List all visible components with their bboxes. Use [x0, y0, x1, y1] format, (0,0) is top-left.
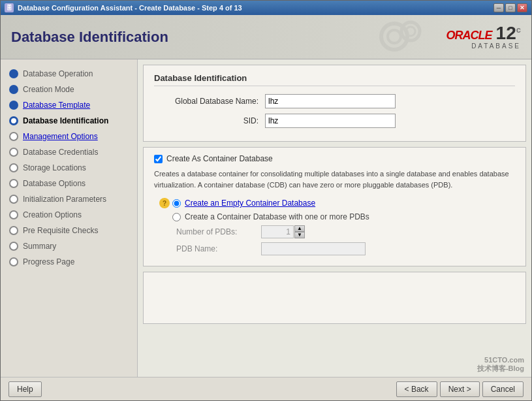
- title-bar: 🗄 Database Configuration Assistant - Cre…: [1, 1, 531, 15]
- global-db-name-input[interactable]: [265, 94, 396, 108]
- close-button[interactable]: ✕: [517, 3, 527, 12]
- title-bar-text: Database Configuration Assistant - Creat…: [18, 4, 493, 12]
- oracle-version: 12c: [496, 24, 521, 42]
- spinner-buttons: ▲ ▼: [294, 225, 305, 238]
- tip-icon: ?: [159, 198, 170, 208]
- sid-input[interactable]: [265, 114, 396, 128]
- sidebar-item-creation-mode: Creation Mode: [1, 82, 137, 97]
- pdb-sub-form: Number of PDBs: ▲ ▼ PDB Name:: [176, 225, 515, 255]
- sidebar-icon-database-credentials: [8, 147, 19, 157]
- sid-row: SID:: [154, 114, 515, 128]
- spinner-up-button[interactable]: ▲: [294, 225, 305, 232]
- hint-area: [143, 272, 526, 324]
- navigation-buttons: < Back Next > Cancel: [396, 381, 524, 397]
- header: Database Identification ORACLE 12c DAT: [1, 15, 531, 59]
- next-button[interactable]: Next >: [440, 381, 480, 397]
- database-label: DATABASE: [471, 42, 521, 50]
- title-bar-buttons: ─ □ ✕: [493, 3, 527, 12]
- pdb-name-input[interactable]: [261, 242, 366, 255]
- sidebar-item-storage-locations: Storage Locations: [1, 160, 137, 176]
- sidebar-icon-storage-locations: [8, 163, 19, 173]
- container-db-section: Create As Container Database Creates a d…: [143, 147, 526, 266]
- num-pdbs-row: Number of PDBs: ▲ ▼: [176, 225, 515, 238]
- content-area: Database Identification Global Database …: [138, 59, 531, 377]
- sidebar: Database Operation Creation Mode Databas…: [1, 59, 138, 377]
- sid-label: SID:: [154, 116, 258, 125]
- body-layout: Database Operation Creation Mode Databas…: [1, 59, 531, 377]
- spinner-down-button[interactable]: ▼: [294, 232, 305, 238]
- container-description: Creates a database container for consoli…: [154, 168, 515, 190]
- sidebar-item-creation-options: Creation Options: [1, 207, 137, 223]
- back-button[interactable]: < Back: [396, 381, 437, 397]
- db-identification-section: Database Identification Global Database …: [143, 65, 526, 142]
- sidebar-item-database-template[interactable]: Database Template: [1, 97, 137, 113]
- sidebar-icon-creation-mode: [8, 84, 19, 95]
- oracle-logo-area: ORACLE 12c DATABASE: [446, 24, 521, 50]
- empty-container-radio[interactable]: [172, 199, 181, 208]
- page-title: Database Identification: [11, 29, 168, 46]
- sidebar-item-progress-page: Progress Page: [1, 254, 137, 270]
- sidebar-icon-summary: [8, 241, 19, 251]
- sidebar-icon-creation-options: [8, 210, 19, 220]
- pdb-name-label: PDB Name:: [176, 244, 261, 253]
- main-window: 🗄 Database Configuration Assistant - Cre…: [0, 0, 532, 401]
- main-panel: Database Identification Global Database …: [138, 59, 531, 377]
- sidebar-icon-database-template: [8, 100, 19, 110]
- sidebar-icon-management-options: [8, 131, 19, 142]
- sidebar-item-initialization-parameters: Initialization Parameters: [1, 191, 137, 207]
- sidebar-item-database-options: Database Options: [1, 176, 137, 191]
- title-bar-icon: 🗄: [5, 3, 14, 12]
- help-button[interactable]: Help: [8, 381, 42, 397]
- pdb-container-radio-row: Create a Container Database with one or …: [159, 212, 515, 221]
- sidebar-item-database-identification: Database Identification: [1, 113, 137, 129]
- empty-container-radio-row: ? Create an Empty Container Database: [159, 198, 515, 208]
- global-db-name-label: Global Database Name:: [154, 97, 258, 106]
- gear-decoration: [375, 18, 427, 56]
- sidebar-item-management-options[interactable]: Management Options: [1, 129, 137, 144]
- sidebar-item-database-credentials: Database Credentials: [1, 144, 137, 160]
- oracle-text: ORACLE: [446, 29, 492, 42]
- sidebar-icon-database-identification: [8, 116, 19, 126]
- minimize-button[interactable]: ─: [493, 3, 504, 12]
- create-container-checkbox[interactable]: [154, 155, 163, 163]
- bottom-bar: Help < Back Next > Cancel: [1, 377, 531, 400]
- create-container-label[interactable]: Create As Container Database: [166, 154, 273, 163]
- num-pdbs-input[interactable]: [261, 225, 294, 238]
- main-content: Database Identification ORACLE 12c DAT: [1, 15, 531, 400]
- sidebar-icon-database-options: [8, 178, 19, 189]
- create-container-checkbox-row: Create As Container Database: [154, 154, 515, 163]
- global-db-name-row: Global Database Name:: [154, 94, 515, 108]
- sidebar-icon-pre-requisite-checks: [8, 225, 19, 236]
- sidebar-item-pre-requisite-checks: Pre Requisite Checks: [1, 223, 137, 238]
- pdb-container-label[interactable]: Create a Container Database with one or …: [185, 212, 369, 221]
- maximize-button[interactable]: □: [505, 3, 516, 12]
- sidebar-icon-database-operation: [8, 69, 19, 79]
- pdb-name-row: PDB Name:: [176, 242, 515, 255]
- sidebar-item-summary: Summary: [1, 238, 137, 254]
- pdb-container-radio[interactable]: [172, 213, 181, 221]
- svg-point-1: [388, 30, 401, 43]
- container-radio-group: ? Create an Empty Container Database Cre…: [159, 198, 515, 255]
- sidebar-icon-initialization-parameters: [8, 194, 19, 204]
- cancel-button[interactable]: Cancel: [482, 381, 524, 397]
- sidebar-item-database-operation: Database Operation: [1, 66, 137, 82]
- num-pdbs-label: Number of PDBs:: [176, 227, 261, 236]
- empty-container-label[interactable]: Create an Empty Container Database: [185, 199, 315, 208]
- sidebar-icon-progress-page: [8, 257, 19, 267]
- form-section-title: Database Identification: [154, 73, 515, 86]
